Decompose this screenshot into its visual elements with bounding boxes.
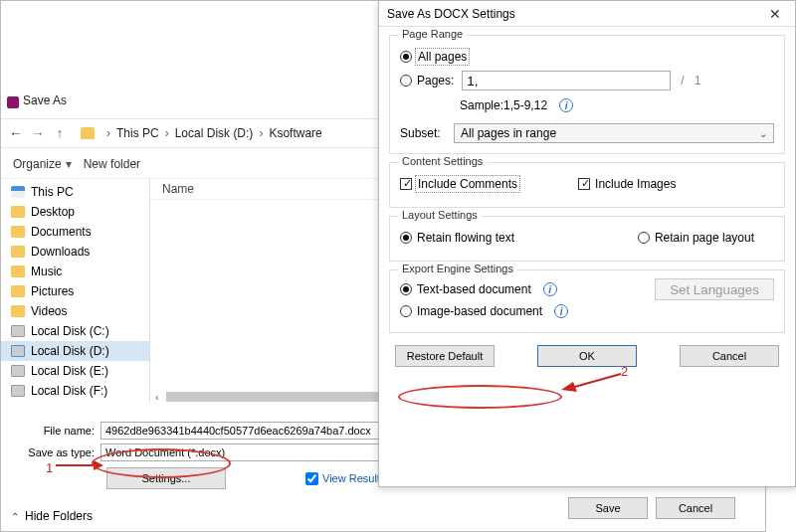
tree-item-documents[interactable]: Documents <box>1 222 149 242</box>
legend-layout: Layout Settings <box>398 209 482 221</box>
check-include-images[interactable] <box>578 178 590 190</box>
group-content-settings: Content Settings Include Comments Includ… <box>389 162 785 208</box>
tree-item-drive-e[interactable]: Local Disk (E:) <box>1 361 149 381</box>
group-layout-settings: Layout Settings Retain flowing text Reta… <box>389 216 785 262</box>
tree-item-music[interactable]: Music <box>1 262 149 281</box>
label-include-images[interactable]: Include Images <box>595 177 676 191</box>
subset-select[interactable]: All pages in range ⌄ <box>454 123 774 143</box>
folder-icon <box>11 305 25 317</box>
tree-item-desktop[interactable]: Desktop <box>1 202 149 222</box>
tree-item-downloads[interactable]: Downloads <box>1 242 149 262</box>
label-page-layout[interactable]: Retain page layout <box>655 231 754 245</box>
drive-icon <box>11 365 25 377</box>
legend-engine: Export Engine Settings <box>398 263 517 274</box>
tree-item-pictures[interactable]: Pictures <box>1 281 149 301</box>
file-name-input[interactable] <box>100 422 379 440</box>
settings-button[interactable]: Settings... <box>106 467 226 489</box>
folder-icon <box>11 206 25 218</box>
info-icon[interactable]: i <box>559 98 573 112</box>
app-icon <box>7 96 19 108</box>
folder-tree[interactable]: This PC Desktop Documents Downloads Musi… <box>1 178 150 402</box>
chevron-right-icon: › <box>165 126 169 140</box>
folder-icon <box>11 226 25 238</box>
drive-icon <box>11 385 25 397</box>
subset-value: All pages in range <box>461 126 556 140</box>
dialog-title: Save As DOCX Settings <box>387 7 515 21</box>
dialog-titlebar: Save As DOCX Settings ✕ <box>379 1 795 27</box>
drive-icon <box>11 325 25 337</box>
hide-folders-label: Hide Folders <box>25 509 93 523</box>
check-include-comments[interactable] <box>400 178 412 190</box>
folder-icon <box>11 266 25 277</box>
scroll-left-icon[interactable]: ‹ <box>150 392 164 402</box>
radio-flowing-text[interactable] <box>400 232 412 244</box>
view-result-check[interactable] <box>305 472 318 485</box>
group-page-range: Page Range All pages Pages: / 1 Sample:1… <box>389 35 785 154</box>
save-type-label: Save as type: <box>11 446 100 458</box>
pages-input[interactable] <box>462 71 671 90</box>
radio-text-based[interactable] <box>400 283 412 295</box>
folder-icon <box>81 127 95 139</box>
group-export-engine: Export Engine Settings Text-based docume… <box>389 269 785 333</box>
radio-page-layout[interactable] <box>638 232 650 244</box>
view-result-label: View Result <box>322 472 380 484</box>
legend-page-range: Page Range <box>398 28 467 40</box>
radio-pages[interactable] <box>400 75 412 87</box>
radio-image-based[interactable] <box>400 305 412 317</box>
organize-menu[interactable]: Organize▾ <box>13 157 72 171</box>
back-button[interactable]: ← <box>5 125 27 141</box>
forward-button[interactable]: → <box>27 125 49 141</box>
tree-item-drive-c[interactable]: Local Disk (C:) <box>1 321 149 341</box>
radio-all-pages[interactable] <box>400 51 412 63</box>
chevron-down-icon: ⌄ <box>759 128 767 139</box>
crumb-folder[interactable]: Ksoftware <box>269 126 321 140</box>
tree-item-drive-d[interactable]: Local Disk (D:) <box>1 341 149 361</box>
save-button[interactable]: Save <box>568 497 648 519</box>
dialog-button-row: Restore Default OK Cancel <box>379 341 795 367</box>
subset-label: Subset: <box>400 126 454 140</box>
col-name[interactable]: Name <box>162 182 194 196</box>
label-image-based[interactable]: Image-based document <box>417 304 542 318</box>
tree-item-videos[interactable]: Videos <box>1 301 149 321</box>
ok-button[interactable]: OK <box>537 345 637 367</box>
label-all-pages[interactable]: All pages <box>417 50 468 64</box>
docx-settings-dialog: Save As DOCX Settings ✕ Page Range All p… <box>378 0 796 487</box>
set-languages-button: Set Languages <box>655 278 774 300</box>
save-cancel-row: Save Cancel <box>568 497 735 519</box>
pc-icon <box>11 186 25 198</box>
crumb-drive[interactable]: Local Disk (D:) <box>175 126 254 140</box>
save-type-select[interactable] <box>100 443 379 461</box>
new-folder-button[interactable]: New folder <box>84 157 140 171</box>
info-icon[interactable]: i <box>554 304 568 318</box>
breadcrumb[interactable]: › This PC › Local Disk (D:) › Ksoftware <box>81 126 322 140</box>
file-name-label: File name: <box>11 425 100 437</box>
restore-default-button[interactable]: Restore Default <box>395 345 495 367</box>
label-flowing-text[interactable]: Retain flowing text <box>417 231 514 245</box>
chevron-right-icon: › <box>106 126 110 140</box>
pages-sample: Sample:1,5-9,12 <box>460 98 547 112</box>
tree-item-drive-f[interactable]: Local Disk (F:) <box>1 381 149 401</box>
cancel-button[interactable]: Cancel <box>656 497 735 519</box>
folder-icon <box>11 285 25 297</box>
pages-total: 1 <box>695 74 701 88</box>
window-title: Save As <box>23 93 67 107</box>
chevron-right-icon: › <box>259 126 263 140</box>
folder-icon <box>11 246 25 258</box>
caret-up-icon: ⌃ <box>11 511 19 522</box>
label-pages[interactable]: Pages: <box>417 74 454 88</box>
pages-slash: / <box>681 74 684 88</box>
tree-item-this-pc[interactable]: This PC <box>1 182 149 202</box>
label-include-comments[interactable]: Include Comments <box>417 177 518 191</box>
close-icon[interactable]: ✕ <box>763 6 787 22</box>
crumb-root[interactable]: This PC <box>116 126 159 140</box>
info-icon[interactable]: i <box>543 282 557 296</box>
dialog-cancel-button[interactable]: Cancel <box>680 345 779 367</box>
legend-content: Content Settings <box>398 155 487 167</box>
label-text-based[interactable]: Text-based document <box>417 282 531 296</box>
up-button[interactable]: ↑ <box>49 125 71 141</box>
drive-icon <box>11 345 25 357</box>
view-result-checkbox[interactable]: View Result <box>305 472 380 485</box>
